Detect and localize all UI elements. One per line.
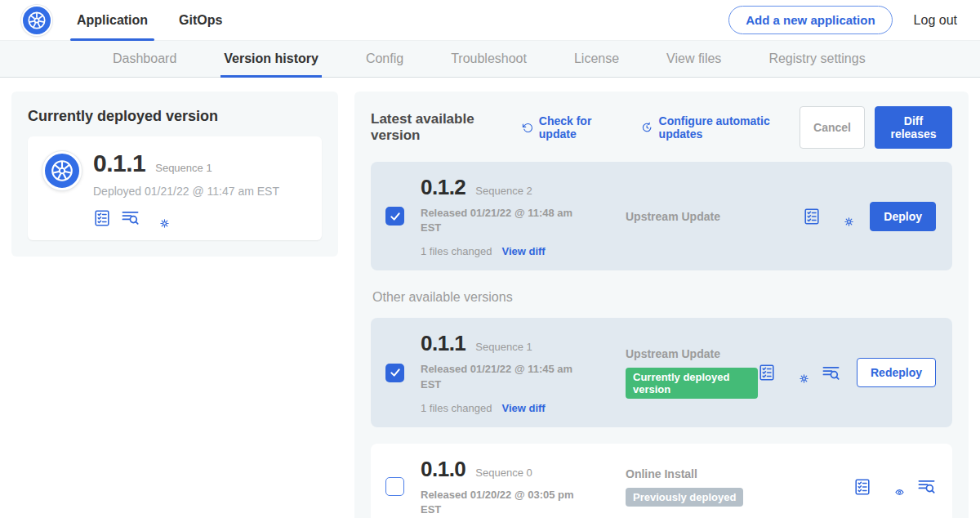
- refresh-icon: [522, 122, 532, 134]
- deploy-logs-icon[interactable]: [121, 208, 140, 227]
- view-diff-link[interactable]: View diff: [501, 402, 545, 414]
- app-logo: [42, 151, 82, 190]
- subnav-item-config[interactable]: Config: [366, 41, 403, 77]
- subnav-item-dashboard[interactable]: Dashboard: [113, 41, 176, 77]
- subnav-item-troubleshoot[interactable]: Troubleshoot: [451, 41, 527, 77]
- view-config-icon[interactable]: [884, 477, 904, 496]
- gear-icon: [160, 219, 169, 228]
- gear-icon: [844, 217, 853, 226]
- eye-icon: [895, 488, 904, 497]
- version-source-label: Online Install: [626, 467, 697, 480]
- check-for-update-link[interactable]: Check for update: [522, 114, 621, 141]
- edit-config-icon[interactable]: [789, 364, 808, 382]
- version-source-label: Upstream Update: [626, 210, 720, 223]
- deployed-version-number: 0.1.1: [93, 150, 145, 177]
- deploy-button[interactable]: Deploy: [870, 202, 936, 231]
- gear-icon: [800, 374, 808, 383]
- view-diff-link[interactable]: View diff: [501, 245, 545, 257]
- top-navbar: Application GitOps Add a new application…: [0, 0, 980, 41]
- files-changed-label: 1 files changed: [421, 245, 492, 257]
- version-number: 0.1.1: [421, 331, 466, 356]
- preflight-checks-icon[interactable]: [803, 208, 821, 226]
- currently-deployed-badge: Currently deployed version: [626, 368, 758, 399]
- subnav-item-registry-settings[interactable]: Registry settings: [768, 41, 865, 77]
- version-checkbox[interactable]: [385, 207, 404, 226]
- version-number: 0.1.0: [421, 457, 466, 482]
- tab-application-label: Application: [77, 13, 148, 28]
- check-for-update-label: Check for update: [539, 114, 622, 141]
- app-subnav: Dashboard Version history Config Trouble…: [0, 41, 980, 78]
- sequence-label: Sequence 0: [475, 467, 532, 479]
- sequence-label: Sequence 2: [475, 185, 532, 197]
- deployed-timestamp: Deployed 01/21/22 @ 11:47 am EST: [93, 185, 279, 198]
- checkmark-icon: [389, 210, 402, 223]
- configure-auto-updates-label: Configure automatic updates: [659, 114, 800, 141]
- currently-deployed-title: Currently deployed version: [28, 108, 322, 125]
- redeploy-button[interactable]: Redeploy: [857, 358, 936, 387]
- configure-auto-updates-link[interactable]: Configure automatic updates: [641, 114, 800, 141]
- released-timestamp: Released 01/21/22 @ 11:45 am EST: [421, 362, 588, 391]
- latest-available-title: Latest available version: [371, 111, 510, 144]
- add-new-application-button[interactable]: Add a new application: [728, 6, 892, 34]
- version-row-0-1-1: 0.1.1 Sequence 1 Released 01/21/22 @ 11:…: [371, 318, 952, 426]
- files-changed-label: 1 files changed: [421, 402, 492, 414]
- sequence-label: Sequence 1: [475, 341, 532, 353]
- edit-config-icon[interactable]: [834, 207, 853, 226]
- clock-refresh-icon: [641, 121, 653, 134]
- version-source-label: Upstream Update: [626, 347, 720, 360]
- edit-config-icon[interactable]: [149, 208, 169, 227]
- logout-link[interactable]: Log out: [914, 13, 957, 28]
- released-timestamp: Released 01/21/22 @ 11:48 am EST: [421, 206, 588, 235]
- version-checkbox[interactable]: [385, 477, 404, 496]
- tab-application[interactable]: Application: [77, 0, 148, 40]
- subnav-item-view-files[interactable]: View files: [666, 41, 721, 77]
- cancel-button[interactable]: Cancel: [800, 106, 865, 149]
- top-tabs: Application GitOps: [77, 0, 222, 40]
- other-available-versions-label: Other available versions: [372, 290, 952, 305]
- preflight-checks-icon[interactable]: [93, 209, 111, 227]
- deployed-version-card: 0.1.1 Sequence 1 Deployed 01/21/22 @ 11:…: [28, 136, 322, 240]
- tab-gitops-label: GitOps: [179, 13, 222, 28]
- currently-deployed-card: Currently deployed version 0.1.1 Sequenc…: [11, 92, 338, 257]
- deploy-logs-icon[interactable]: [917, 477, 936, 496]
- checkmark-icon: [389, 366, 402, 379]
- deployed-sequence-label: Sequence 1: [155, 162, 212, 174]
- kubernetes-logo: [21, 5, 52, 36]
- version-row-0-1-2: 0.1.2 Sequence 2 Released 01/21/22 @ 11:…: [371, 162, 952, 270]
- preflight-checks-icon[interactable]: [853, 478, 871, 496]
- subnav-item-license[interactable]: License: [574, 41, 619, 77]
- previously-deployed-badge: Previously deployed: [626, 488, 743, 507]
- diff-releases-button[interactable]: Diff releases: [875, 106, 952, 149]
- released-timestamp: Released 01/20/22 @ 03:05 pm EST: [421, 488, 588, 517]
- version-row-0-1-0: 0.1.0 Sequence 0 Released 01/20/22 @ 03:…: [371, 444, 952, 518]
- subnav-item-version-history[interactable]: Version history: [224, 41, 318, 77]
- version-number: 0.1.2: [421, 175, 466, 200]
- preflight-checks-icon[interactable]: [758, 364, 776, 382]
- available-versions-panel: Latest available version Check for updat…: [354, 92, 969, 518]
- deploy-logs-icon[interactable]: [822, 364, 840, 382]
- main-content: Currently deployed version 0.1.1 Sequenc…: [0, 78, 980, 518]
- tab-gitops[interactable]: GitOps: [179, 0, 222, 40]
- version-checkbox[interactable]: [385, 364, 404, 382]
